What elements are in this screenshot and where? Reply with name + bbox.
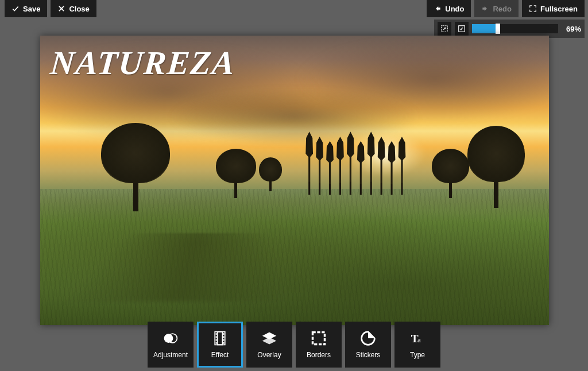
- zoom-fit-icon: [440, 25, 448, 33]
- fullscreen-button[interactable]: Fullscreen: [522, 0, 585, 17]
- zoom-actual-button[interactable]: [455, 22, 469, 36]
- save-label: Save: [23, 5, 40, 13]
- redo-button[interactable]: Redo: [474, 0, 519, 17]
- tool-type[interactable]: T a Type: [394, 322, 440, 368]
- tool-label: Stickers: [356, 351, 381, 359]
- type-icon: T a: [409, 330, 425, 346]
- redo-label: Redo: [493, 5, 512, 13]
- svg-rect-13: [223, 339, 224, 341]
- stickers-icon: [360, 330, 376, 346]
- save-button[interactable]: Save: [5, 0, 47, 17]
- adjustment-icon: [163, 330, 179, 346]
- svg-rect-15: [223, 342, 224, 344]
- svg-rect-12: [216, 339, 217, 341]
- svg-rect-7: [218, 332, 223, 345]
- tool-overlay[interactable]: Overlay: [246, 322, 292, 368]
- svg-marker-17: [262, 337, 277, 344]
- svg-rect-9: [223, 333, 224, 335]
- canvas[interactable]: NATUREZA: [40, 36, 549, 325]
- svg-rect-18: [313, 333, 325, 345]
- tool-adjustment[interactable]: Adjustment: [148, 322, 194, 368]
- text-overlay[interactable]: NATUREZA: [49, 44, 237, 82]
- tool-borders[interactable]: Borders: [296, 322, 342, 368]
- overlay-icon: [261, 330, 277, 346]
- tool-stickers[interactable]: Stickers: [345, 322, 391, 368]
- zoom-percent-label: 69%: [562, 25, 581, 33]
- zoom-slider-fill: [472, 24, 498, 33]
- tool-label: Borders: [307, 351, 331, 359]
- zoom-actual-icon: [458, 25, 466, 33]
- undo-label: Undo: [445, 5, 464, 13]
- zoom-slider-thumb[interactable]: [496, 24, 500, 34]
- svg-rect-8: [216, 333, 217, 335]
- close-icon: [57, 5, 65, 13]
- effect-icon: [212, 330, 228, 346]
- undo-button[interactable]: Undo: [427, 0, 471, 17]
- svg-rect-14: [216, 342, 217, 344]
- svg-rect-10: [216, 337, 217, 338]
- tool-label: Overlay: [257, 351, 281, 359]
- borders-icon: [311, 330, 327, 346]
- tool-label: Type: [410, 351, 425, 359]
- tool-effect[interactable]: Effect: [197, 322, 243, 368]
- zoom-slider[interactable]: [472, 24, 558, 33]
- arrow-left-icon: [434, 5, 442, 13]
- close-label: Close: [69, 5, 89, 13]
- close-button[interactable]: Close: [51, 0, 96, 17]
- zoom-fit-button[interactable]: [438, 22, 451, 36]
- tool-label: Effect: [211, 351, 229, 359]
- fullscreen-label: Fullscreen: [540, 5, 578, 13]
- svg-text:a: a: [417, 335, 421, 344]
- tool-label: Adjustment: [153, 351, 188, 359]
- fullscreen-icon: [529, 5, 537, 13]
- tool-bar: Adjustment Effect Overlay Borders Sticke…: [0, 322, 588, 371]
- arrow-right-icon: [481, 5, 489, 13]
- svg-rect-11: [223, 337, 224, 338]
- check-icon: [11, 5, 20, 13]
